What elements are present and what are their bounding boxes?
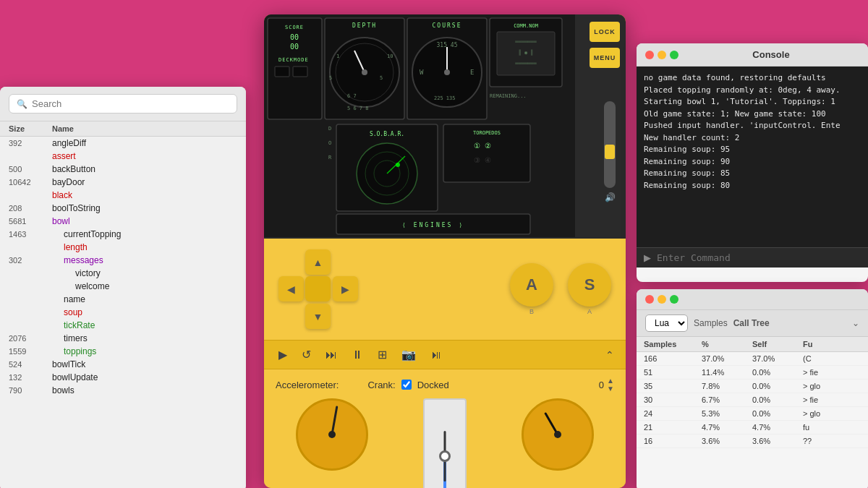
crank-label-text: Crank:: [367, 380, 395, 390]
table-row[interactable]: 132bowlUpdate: [0, 371, 246, 384]
dpad-left-button[interactable]: ◀: [278, 276, 304, 301]
profiler-row[interactable]: 30 6.7% 0.0% > fie: [637, 393, 868, 407]
table-row[interactable]: 790bowls: [0, 384, 246, 397]
table-row[interactable]: 1463currentTopping: [0, 228, 246, 241]
search-icon: 🔍: [17, 99, 27, 109]
call-tree-tab[interactable]: Call Tree: [733, 318, 770, 328]
toolbar-camera-button[interactable]: 📷: [399, 346, 419, 363]
row-size: 302: [9, 256, 52, 265]
row-func: > fie: [803, 368, 861, 377]
console-title: Console: [683, 49, 859, 60]
table-row[interactable]: 524bowlTick: [0, 358, 246, 371]
console-line: Pushed input handler. 'inputControl. Ent…: [644, 120, 861, 132]
row-size: 1463: [9, 230, 52, 239]
dpad-right-button[interactable]: ▶: [333, 276, 358, 301]
crank-value-wrap: 0 ▲▼: [599, 377, 614, 393]
row-func: > glo: [803, 409, 861, 418]
table-row[interactable]: victory: [0, 267, 246, 280]
crank-stepper[interactable]: ▲▼: [607, 377, 614, 393]
svg-point-45: [396, 163, 400, 167]
toolbar-grid-button[interactable]: ⊞: [375, 346, 390, 363]
toolbar-skip-button[interactable]: ⏭: [323, 347, 340, 363]
console-line: no game data found, restoring defaults: [644, 72, 861, 85]
search-bar: 🔍: [0, 87, 246, 121]
svg-text:DEPTH: DEPTH: [352, 22, 377, 29]
toolbar-restart-button[interactable]: ↺: [299, 346, 314, 363]
crank-docked-checkbox[interactable]: [401, 380, 412, 390]
accelerometer-x-dial[interactable]: [296, 398, 368, 471]
table-row[interactable]: 302messages: [0, 254, 246, 267]
command-input[interactable]: [657, 252, 861, 263]
profiler-row[interactable]: 24 5.3% 0.0% > glo: [637, 407, 868, 421]
dpad: ▲ ◀ ▶ ▼: [278, 249, 358, 329]
profiler-row[interactable]: 16 3.6% 3.6% ??: [637, 435, 868, 448]
profiler-row[interactable]: 166 37.0% 37.0% (C: [637, 352, 868, 366]
action-button-s[interactable]: S: [568, 263, 611, 307]
table-row[interactable]: assert: [0, 150, 246, 163]
header-samples: Samples: [644, 340, 702, 348]
row-size: 208: [9, 204, 52, 213]
profiler-close-button[interactable]: [645, 295, 654, 304]
toolbar-play-button[interactable]: ▶: [276, 346, 290, 363]
row-size: 1559: [9, 347, 52, 356]
crank-dial[interactable]: [423, 398, 467, 488]
table-row[interactable]: 1559toppings: [0, 345, 246, 358]
profiler-row[interactable]: 21 4.7% 4.7% fu: [637, 421, 868, 435]
profiler-row[interactable]: 35 7.8% 0.0% > glo: [637, 380, 868, 393]
minimize-button[interactable]: [658, 51, 666, 59]
svg-text:③ ④: ③ ④: [474, 156, 491, 164]
table-row[interactable]: 5681bowl: [0, 215, 246, 228]
maximize-button[interactable]: [670, 51, 678, 59]
accelerometer-label: Accelerometer:: [276, 380, 339, 390]
dpad-up-button[interactable]: ▲: [305, 249, 331, 275]
action-button-a[interactable]: A: [510, 263, 553, 307]
table-row[interactable]: welcome: [0, 280, 246, 293]
console-line: Remaining soup: 80: [644, 180, 861, 192]
profiler-dropdown-icon[interactable]: ⌄: [852, 318, 859, 328]
accelerometer-y-dial[interactable]: [522, 398, 594, 471]
table-row[interactable]: length: [0, 241, 246, 254]
console-line: Remaining soup: 85: [644, 168, 861, 180]
svg-text:00: 00: [290, 33, 299, 41]
file-table-header: Size Name: [0, 121, 246, 137]
profiler-minimize-button[interactable]: [658, 295, 666, 304]
toolbar-record-button[interactable]: ⏯: [427, 347, 445, 363]
row-name: bowlUpdate: [52, 372, 237, 382]
crank-docked-label: Docked: [417, 380, 449, 390]
row-size: 10642: [9, 178, 52, 187]
game-screen: LOCK MENU 🔊 SCORE 00 00 DECKMODE DEPTH 1: [264, 14, 626, 239]
sensor-dials: [276, 398, 614, 488]
table-row[interactable]: tickRate: [0, 319, 246, 332]
profiler-window: Lua Samples Call Tree ⌄ Samples % Self F…: [637, 289, 868, 488]
profiler-row[interactable]: 51 11.4% 0.0% > fie: [637, 366, 868, 380]
header-percent: %: [702, 340, 752, 348]
row-func: (C: [803, 354, 861, 363]
row-name: tickRate: [52, 320, 237, 330]
svg-rect-6: [275, 67, 289, 77]
svg-rect-7: [293, 67, 307, 77]
profiler-maximize-button[interactable]: [670, 295, 678, 304]
table-row[interactable]: 392angleDiff: [0, 137, 246, 150]
svg-text:D: D: [328, 126, 331, 132]
toolbar-pause-button[interactable]: ⏸: [349, 347, 366, 363]
table-row[interactable]: 500backButton: [0, 163, 246, 176]
samples-tab[interactable]: Samples: [694, 318, 728, 328]
search-input[interactable]: [32, 98, 229, 109]
table-row[interactable]: 2076timers: [0, 332, 246, 345]
table-row[interactable]: name: [0, 293, 246, 306]
toolbar-chevron-button[interactable]: ⌃: [605, 349, 614, 361]
row-self: 0.0%: [752, 395, 803, 404]
volume-slider[interactable]: 🔊: [604, 101, 616, 188]
row-name: backButton: [52, 164, 237, 174]
table-row[interactable]: 10642bayDoor: [0, 176, 246, 189]
profiler-titlebar: [637, 289, 868, 310]
menu-button[interactable]: MENU: [590, 48, 620, 68]
lock-button[interactable]: LOCK: [590, 22, 620, 42]
dpad-down-button[interactable]: ▼: [305, 304, 331, 329]
game-screen-svg: SCORE 00 00 DECKMODE DEPTH 1 10 5 5 6 7 …: [264, 14, 575, 237]
table-row[interactable]: 208boolToString: [0, 202, 246, 215]
language-select[interactable]: Lua: [645, 314, 688, 332]
table-row[interactable]: black: [0, 189, 246, 202]
close-button[interactable]: [645, 51, 654, 59]
table-row[interactable]: soup: [0, 306, 246, 319]
